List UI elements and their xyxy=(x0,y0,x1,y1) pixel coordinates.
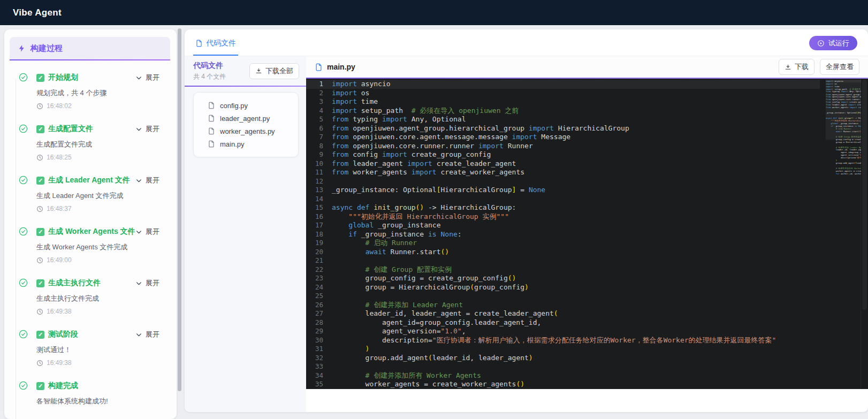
chevron-down-icon xyxy=(135,126,142,133)
file-name: config.py xyxy=(220,102,248,110)
code-line: 20 await Runner.start() xyxy=(306,248,820,257)
step-description: 生成主执行文件完成 xyxy=(36,294,157,303)
check-circle-icon xyxy=(19,124,28,133)
code-line: 25 xyxy=(306,292,820,301)
step-description: 生成 Worker Agents 文件完成 xyxy=(36,242,157,252)
code-line: 18 if _group_instance is None: xyxy=(306,230,820,239)
step-title: 生成 Worker Agents 文件 xyxy=(48,227,135,237)
build-step: ✓生成 Worker Agents 文件展开生成 Worker Agents 文… xyxy=(12,226,157,264)
clock-icon xyxy=(36,360,43,367)
file-panel-header: 代码文件 共 4 个文件 下载全部 xyxy=(185,56,306,86)
editor-actions: 下载 全屏查看 xyxy=(779,59,859,75)
code-line: 28 agent_id=group_config.leader_agent_id… xyxy=(306,318,820,327)
line-number: 18 xyxy=(306,230,323,239)
line-number: 33 xyxy=(306,362,323,371)
file-item[interactable]: leader_agent.py xyxy=(208,112,294,125)
code-line: 30 description="医疗协调者：解析用户输入，根据需求分配任务给对应… xyxy=(306,336,820,345)
step-title: 生成 Leader Agent 文件 xyxy=(48,176,130,185)
line-number: 34 xyxy=(306,371,323,380)
code-line: 31 ) xyxy=(306,345,820,354)
check-circle-icon xyxy=(19,73,28,82)
file-item[interactable]: worker_agents.py xyxy=(208,125,294,138)
code-files-panel: 代码文件 试运行 代码文件 共 4 个文件 下载全部 xyxy=(185,29,868,412)
chevron-down-icon xyxy=(135,280,142,287)
file-item[interactable]: main.py xyxy=(208,138,294,150)
step-expand-toggle[interactable]: 展开 xyxy=(135,176,159,185)
step-expand-toggle[interactable]: 展开 xyxy=(135,278,159,288)
expand-label: 展开 xyxy=(146,227,159,237)
code-line: 6from openjiuwen.agent_group.hierarchica… xyxy=(306,124,820,133)
code-lines: 1import asyncio2import os3import time4im… xyxy=(306,80,820,389)
line-number: 6 xyxy=(306,124,323,133)
chevron-down-icon xyxy=(135,177,142,184)
build-step: ✓生成配置文件展开生成配置文件完成16:48:25 xyxy=(12,124,157,161)
code-line: 15async def init_group() -> Hierarchical… xyxy=(306,203,820,212)
clock-icon xyxy=(36,103,43,110)
code-editor[interactable]: 1import asyncio2import os3import time4im… xyxy=(306,79,868,389)
run-button[interactable]: 试运行 xyxy=(809,36,857,50)
file-icon xyxy=(315,63,323,71)
editor-scrollbar[interactable] xyxy=(861,79,868,389)
build-process-title: 构建过程 xyxy=(31,43,63,54)
code-line: 17 global _group_instance xyxy=(306,221,820,230)
step-expand-toggle[interactable]: 展开 xyxy=(135,73,159,82)
tab-code-files[interactable]: 代码文件 xyxy=(193,39,238,56)
step-title: 生成配置文件 xyxy=(48,124,93,134)
file-panel-divider xyxy=(185,86,306,87)
download-button[interactable]: 下载 xyxy=(779,59,814,75)
code-line: 34 # 创建并添加所有 Worker Agents xyxy=(306,371,820,380)
minimap[interactable]: 1import asyncio2import os3import time4im… xyxy=(826,80,861,389)
code-line: 14 xyxy=(306,195,820,204)
clock-icon xyxy=(36,308,43,315)
line-number: 15 xyxy=(306,203,323,212)
file-list-panel: 代码文件 共 4 个文件 下载全部 config.pyleader_agent.… xyxy=(185,56,306,412)
checkbox-done-icon: ✓ xyxy=(36,228,44,236)
code-line: 22 # 创建 Group 配置和实例 xyxy=(306,265,820,275)
code-line: 33 xyxy=(306,362,820,371)
line-number: 19 xyxy=(306,239,323,248)
checkbox-done-icon: ✓ xyxy=(36,382,44,390)
line-number: 28 xyxy=(306,318,323,327)
code-line: 24 group = HierarchicalGroup(group_confi… xyxy=(306,283,820,292)
file-item[interactable]: config.py xyxy=(208,99,294,112)
build-step: ✓生成 Leader Agent 文件展开生成 Leader Agent 文件完… xyxy=(12,175,157,212)
step-expand-toggle[interactable]: 展开 xyxy=(135,227,159,237)
checkbox-done-icon: ✓ xyxy=(36,74,44,82)
step-title: 构建完成 xyxy=(48,381,78,391)
file-icon xyxy=(208,127,215,135)
expand-label: 展开 xyxy=(146,73,159,82)
step-expand-toggle[interactable]: 展开 xyxy=(135,330,159,339)
check-circle-icon xyxy=(19,381,28,390)
line-number: 27 xyxy=(306,309,323,318)
line-number: 23 xyxy=(306,274,323,283)
code-line: 21 xyxy=(306,256,820,265)
code-line: 36 for worker_id, worker_agent in worker… xyxy=(306,389,820,390)
line-number: 5 xyxy=(306,115,323,124)
minimap-slider[interactable] xyxy=(826,80,861,140)
step-expand-toggle[interactable]: 展开 xyxy=(135,124,159,134)
fullscreen-button[interactable]: 全屏查看 xyxy=(820,59,859,75)
code-line: 9from config import create_group_config xyxy=(306,150,820,159)
open-file: main.py xyxy=(315,63,355,71)
code-line: 1import asyncio xyxy=(306,80,820,89)
line-number: 8 xyxy=(306,142,323,151)
code-line: 13_group_instance: Optional[Hierarchical… xyxy=(306,186,820,195)
line-number: 13 xyxy=(306,186,323,195)
line-number: 32 xyxy=(306,354,323,363)
sidebar-scrollbar[interactable] xyxy=(178,28,181,391)
line-number: 31 xyxy=(306,345,323,354)
lightning-icon xyxy=(18,44,26,52)
line-number: 10 xyxy=(306,159,323,169)
clock-icon xyxy=(36,205,43,212)
line-number: 26 xyxy=(306,301,323,310)
download-all-label: 下载全部 xyxy=(265,66,293,76)
file-icon xyxy=(208,102,215,109)
file-panel-title: 代码文件 xyxy=(193,61,226,71)
line-number: 22 xyxy=(306,265,323,275)
code-line: 8from openjiuwen.core.runner.runner impo… xyxy=(306,142,820,151)
expand-label: 展开 xyxy=(146,124,159,134)
download-all-button[interactable]: 下载全部 xyxy=(249,63,299,79)
build-step: ✓开始规划展开规划完成，共 4 个步骤16:48:02 xyxy=(12,72,157,110)
line-number: 1 xyxy=(306,80,323,89)
step-description: 测试通过！ xyxy=(36,345,157,355)
